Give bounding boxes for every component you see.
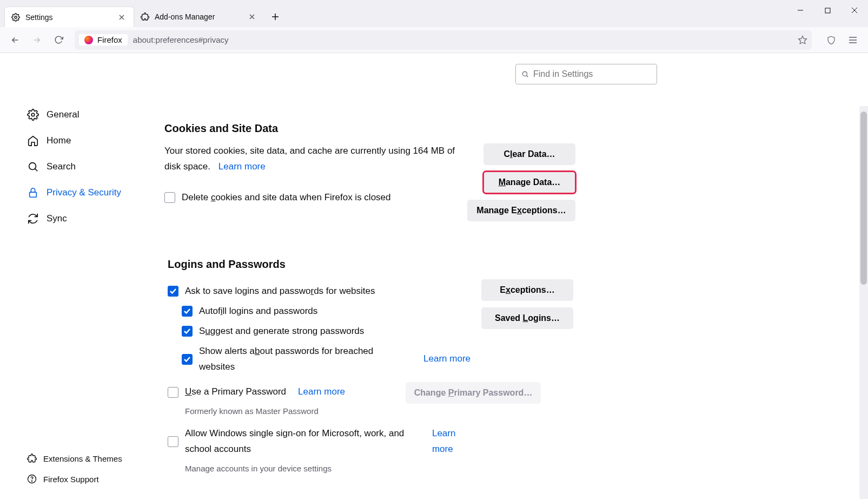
- vertical-scrollbar[interactable]: [859, 106, 868, 499]
- sidebar-label: General: [47, 109, 79, 120]
- lock-icon: [27, 187, 39, 199]
- svg-point-8: [31, 481, 32, 481]
- sidebar-item-sync[interactable]: Sync: [27, 206, 151, 232]
- maximize-button[interactable]: [814, 0, 841, 21]
- section-cookies: Cookies and Site Data Your stored cookie…: [151, 122, 698, 221]
- sidebar-item-general[interactable]: General: [27, 102, 151, 128]
- puzzle-icon: [141, 12, 149, 21]
- manage-data-button[interactable]: Manage Data…: [483, 172, 575, 193]
- autofill-label: Autofill logins and passwords: [199, 304, 317, 319]
- reload-button[interactable]: [49, 30, 68, 50]
- cookies-learn-more[interactable]: Learn more: [218, 161, 266, 172]
- app-menu-button[interactable]: [843, 30, 863, 50]
- formerly-text: Formerly known as Master Password: [185, 404, 471, 418]
- primary-learn-more[interactable]: Learn more: [298, 384, 345, 400]
- cookies-desc: Your stored cookies, site data, and cach…: [164, 146, 455, 172]
- sso-subtext: Manage accounts in your device settings: [185, 462, 471, 476]
- firefox-logo-icon: [84, 36, 93, 44]
- svg-rect-6: [30, 192, 37, 197]
- sidebar-label: Sync: [47, 213, 67, 224]
- primary-label: Use a Primary Password: [185, 384, 286, 400]
- gear-icon: [11, 13, 20, 22]
- tab-close-icon[interactable]: [247, 11, 257, 22]
- checkbox-alerts[interactable]: [182, 354, 193, 365]
- sidebar-item-privacy[interactable]: Privacy & Security: [27, 180, 151, 206]
- change-primary-password-button[interactable]: Change Primary Password…: [406, 382, 541, 404]
- home-icon: [27, 135, 39, 147]
- puzzle-icon: [27, 454, 37, 463]
- content: Cookies and Site Data Your stored cookie…: [151, 53, 719, 499]
- close-window-button[interactable]: [841, 0, 868, 21]
- gear-icon: [27, 109, 39, 121]
- new-tab-button[interactable]: [267, 9, 283, 25]
- svg-point-4: [31, 113, 35, 116]
- url-bar[interactable]: Firefox about:preferences#privacy: [75, 30, 812, 50]
- scrollbar-thumb[interactable]: [860, 111, 867, 285]
- section-logins: Logins and Passwords Ask to save logins …: [151, 258, 698, 475]
- saved-logins-button[interactable]: Saved Logins…: [481, 307, 573, 329]
- tab-addons[interactable]: Add-ons Manager: [134, 6, 264, 27]
- clear-data-button[interactable]: Clear Data…: [483, 143, 575, 165]
- cookies-heading: Cookies and Site Data: [164, 122, 698, 135]
- sidebar-extensions[interactable]: Extensions & Themes: [27, 448, 122, 469]
- sidebar-item-search[interactable]: Search: [27, 154, 151, 180]
- extensions-label: Extensions & Themes: [43, 454, 122, 463]
- back-button[interactable]: [5, 30, 25, 50]
- alerts-label: Show alerts about passwords for breached…: [199, 344, 412, 375]
- pocket-button[interactable]: [821, 30, 841, 50]
- sso-learn-more[interactable]: Learn more: [432, 426, 471, 457]
- svg-point-0: [15, 16, 17, 18]
- tab-settings[interactable]: Settings: [4, 6, 134, 27]
- checkbox-autofill[interactable]: [182, 306, 193, 317]
- logins-exceptions-button[interactable]: Exceptions…: [481, 279, 573, 301]
- alerts-learn-more[interactable]: Learn more: [423, 351, 471, 367]
- suggest-label: Suggest and generate strong passwords: [199, 324, 364, 339]
- sso-label: Allow Windows single sign-on for Microso…: [185, 426, 420, 457]
- checkbox-ask-save[interactable]: [168, 286, 178, 297]
- preferences-page: General Home Search Privacy & Security S…: [0, 53, 868, 499]
- ask-save-label: Ask to save logins and passwords for web…: [185, 284, 375, 299]
- sidebar-support[interactable]: Firefox Support: [27, 469, 122, 489]
- delete-on-close-label: Delete cookies and site data when Firefo…: [182, 190, 391, 206]
- manage-exceptions-button[interactable]: Manage Exceptions…: [467, 200, 575, 221]
- sidebar-label: Privacy & Security: [47, 187, 121, 198]
- search-icon: [27, 161, 39, 173]
- url-text: about:preferences#privacy: [133, 35, 798, 44]
- support-label: Firefox Support: [43, 475, 99, 484]
- question-icon: [27, 474, 37, 484]
- tab-label: Add-ons Manager: [155, 12, 247, 21]
- sidebar-label: Search: [47, 161, 76, 172]
- tab-label: Settings: [25, 13, 116, 22]
- sidebar: General Home Search Privacy & Security S…: [0, 53, 151, 499]
- minimize-button[interactable]: [787, 0, 814, 21]
- logins-heading: Logins and Passwords: [168, 258, 698, 271]
- checkbox-windows-sso[interactable]: [168, 436, 178, 447]
- forward-button[interactable]: [27, 30, 47, 50]
- svg-rect-1: [825, 8, 830, 13]
- checkbox-primary-password[interactable]: [168, 387, 178, 398]
- window-controls: [787, 0, 868, 27]
- tab-close-icon[interactable]: [116, 12, 127, 23]
- bookmark-star-icon[interactable]: [798, 35, 807, 45]
- svg-marker-2: [799, 36, 807, 43]
- sidebar-item-home[interactable]: Home: [27, 128, 151, 154]
- toolbar: Firefox about:preferences#privacy: [0, 27, 868, 53]
- tab-bar: Settings Add-ons Manager: [0, 0, 868, 27]
- sidebar-label: Home: [47, 135, 71, 146]
- svg-point-5: [29, 163, 36, 170]
- checkbox-suggest[interactable]: [182, 326, 193, 337]
- identity-label: Firefox: [97, 35, 122, 44]
- identity-box[interactable]: Firefox: [79, 34, 128, 45]
- checkbox-delete-on-close[interactable]: [164, 192, 175, 203]
- sync-icon: [27, 213, 39, 225]
